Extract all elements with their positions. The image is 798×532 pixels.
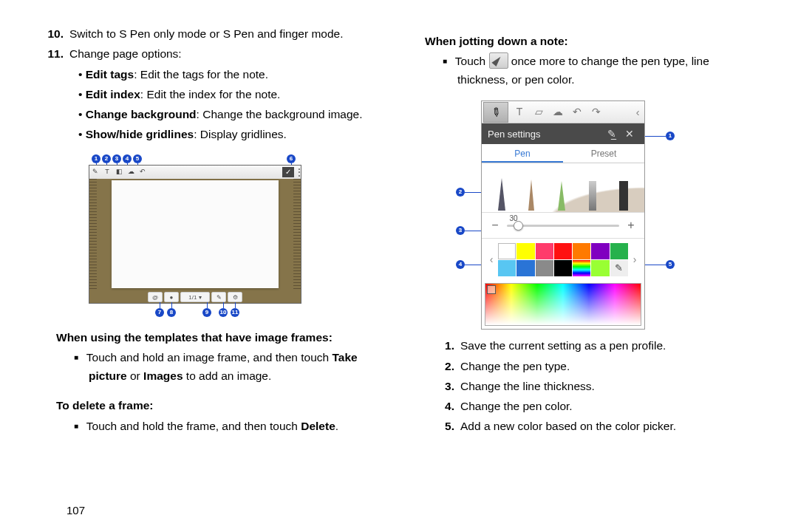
heading-templates: When using the templates that have image… <box>44 329 381 346</box>
sub-edit-tags: Edit tags: Edit the tags for the note. <box>89 66 381 83</box>
txt: or <box>127 369 143 382</box>
txt: Touch and hold an image frame, and then … <box>86 351 332 364</box>
callout-badge: 1 <box>92 154 100 163</box>
color-swatch <box>554 260 572 276</box>
right-column: When jotting down a note: Touch once mor… <box>425 22 761 447</box>
thickness-slider: 30 <box>507 225 619 227</box>
callout-badge: 2 <box>102 154 111 163</box>
callout-badge: 5 <box>666 260 675 269</box>
pen-button-icon <box>489 52 508 69</box>
sub-edit-index: Edit index: Edit the index for the note. <box>89 86 381 103</box>
pen-tabs: Pen Preset <box>482 144 644 163</box>
color-swatch <box>591 243 609 259</box>
eraser-tool-icon: ▱ <box>529 104 548 120</box>
menu-icon: ⋮ <box>295 166 301 179</box>
txt-bold: Images <box>143 369 183 382</box>
color-swatch <box>516 260 534 276</box>
txt: Add a new color based on the color picke… <box>460 420 676 432</box>
pen-type-icon <box>619 181 628 211</box>
callout-badge: 1 <box>666 132 675 140</box>
heading-jotting: When jotting down a note: <box>425 33 761 50</box>
callout-badge: 4 <box>123 154 132 163</box>
txt-bold: Delete <box>301 420 335 432</box>
num: 1. <box>441 337 454 354</box>
callout-badge: 3 <box>456 226 465 235</box>
note-editor-mock: ✎ T ◧ ☁ ↶ ✓ ⋮ @ ● 1/1 ▾ ✎ ⚙ <box>89 165 301 304</box>
callout-badge: 8 <box>167 308 176 317</box>
page-indicator: 1/1 ▾ <box>180 292 210 302</box>
sub-label: Edit index <box>86 88 140 100</box>
templates-list: Touch and hold an image frame, and then … <box>44 349 381 386</box>
num: 2. <box>441 358 454 375</box>
rstep-1: 1.Save the current setting as a pen prof… <box>425 337 761 354</box>
color-swatch <box>536 243 553 259</box>
num: 5. <box>441 417 454 434</box>
tab-pen: Pen <box>482 144 563 163</box>
callout-badge: 6 <box>287 154 296 163</box>
callout-badge: 7 <box>155 308 164 317</box>
color-swatch <box>573 243 590 259</box>
text-tool-icon: T <box>510 104 529 120</box>
sub-desc: : Display gridlines. <box>194 128 287 140</box>
pen-tool-icon: ✎ <box>90 167 100 177</box>
thickness-row: − 30 + <box>482 212 644 239</box>
sub-desc: : Edit the index for the note. <box>140 88 281 100</box>
step-11-sublist: Edit tags: Edit the tags for the note. E… <box>44 66 381 143</box>
num: 4. <box>441 398 454 415</box>
delete-list: Touch and hold the frame, and then touch… <box>44 417 381 436</box>
manual-page: 10.Switch to S Pen only mode or S Pen an… <box>0 0 798 462</box>
txt: Change the pen type. <box>460 360 570 372</box>
pen-type-icon <box>528 180 534 211</box>
step-10: 10.Switch to S Pen only mode or S Pen an… <box>44 25 381 42</box>
callout-badge: 10 <box>219 308 228 317</box>
color-swatch <box>610 243 628 259</box>
panel-toolbar: ✎ T ▱ ☁ ↶ ↷ ‹ <box>482 101 644 123</box>
note-page <box>112 180 279 288</box>
eyedropper-icon: ✎ <box>610 260 628 276</box>
callout-badge: 4 <box>456 260 465 269</box>
callout-badge: 2 <box>456 188 465 197</box>
sub-label: Change background <box>86 108 197 120</box>
color-swatch <box>554 243 572 259</box>
color-picker <box>485 283 641 326</box>
undo-icon: ↶ <box>137 167 148 177</box>
color-swatch <box>573 260 590 276</box>
spen-mode-icon: ✎ <box>211 292 226 302</box>
save-profile-icon: ✎̲ <box>603 126 621 142</box>
step-10-text: Switch to S Pen only mode or S Pen and f… <box>69 27 344 40</box>
minus-icon: − <box>489 216 501 234</box>
templates-item: Touch and hold an image frame, and then … <box>89 349 381 386</box>
chevron-left-icon: ‹ <box>485 252 498 267</box>
plus-icon: + <box>625 216 637 234</box>
delete-item: Touch and hold the frame, and then touch… <box>89 417 381 436</box>
txt: to add an image. <box>183 369 272 382</box>
ruler-right <box>293 179 301 291</box>
color-swatch <box>498 260 516 276</box>
eraser-tool-icon: ◧ <box>114 167 124 177</box>
chevron-right-icon: › <box>628 252 641 267</box>
txt: Touch and hold the frame, and then touch <box>86 420 301 432</box>
redo-icon: ↷ <box>587 104 606 120</box>
callout-badge: 5 <box>133 154 142 163</box>
step-11: 11.Change page options: <box>44 45 381 62</box>
left-column: 10.Switch to S Pen only mode or S Pen an… <box>44 22 381 447</box>
undo-icon: ↶ <box>567 104 587 120</box>
txt: Change the pen color. <box>460 400 573 412</box>
shape-tool-icon: ☁ <box>126 167 136 177</box>
sub-show-hide-gridlines: Show/hide gridlines: Display gridlines. <box>89 126 381 143</box>
color-swatch <box>498 243 516 259</box>
figure-note-editor: 1 2 3 4 5 6 ✎ T ◧ ☁ ↶ <box>89 154 310 318</box>
slider-knob-icon <box>514 221 523 231</box>
step-11-text: Change page options: <box>69 47 182 60</box>
text-tool-icon: T <box>102 167 112 177</box>
swatch-grid: ✎ <box>498 243 628 276</box>
record-icon: ● <box>164 292 179 302</box>
callout-badge: 9 <box>202 308 211 317</box>
tab-preset: Preset <box>563 144 644 163</box>
rstep-4: 4.Change the pen color. <box>425 398 761 415</box>
rstep-3: 3.Change the line thickness. <box>425 378 761 395</box>
txt: . <box>335 420 338 432</box>
page-number: 107 <box>66 502 85 519</box>
sub-desc: : Edit the tags for the note. <box>134 68 268 81</box>
color-swatch <box>591 260 609 276</box>
